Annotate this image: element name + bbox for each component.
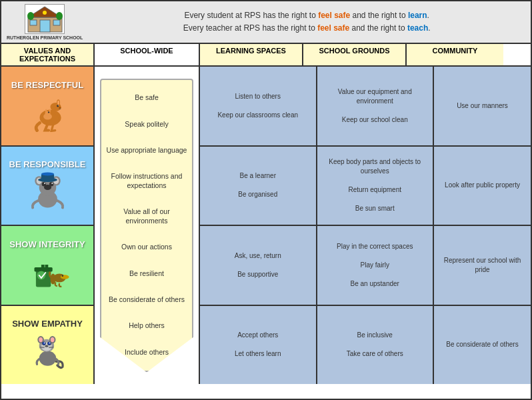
main-grid: BE RESPECTFUL <box>1 67 531 384</box>
grounds-cell-1: Value our equipment and environmentKeep … <box>317 67 433 147</box>
grounds-col: Value our equipment and environmentKeep … <box>317 67 435 384</box>
svg-point-19 <box>45 109 46 112</box>
svg-point-7 <box>56 12 63 20</box>
learning-cell-2: Be a learnerBe organised <box>200 147 316 227</box>
value-integrity: SHOW INTEGRITY <box>1 226 93 306</box>
value-integrity-title: SHOW INTEGRITY <box>9 239 85 250</box>
learning-text-2: Be a learnerBe organised <box>238 171 277 199</box>
kangaroo-icon <box>26 92 69 132</box>
learning-text-4: Accept othersLet others learn <box>235 331 281 359</box>
header-line1: Every student at RPS has the right to fe… <box>88 9 525 22</box>
community-cell-2: Look after public property <box>434 147 531 227</box>
svg-point-6 <box>27 12 34 20</box>
col-header-learning: LEARNING SPACES <box>200 44 303 65</box>
svg-rect-3 <box>30 20 37 25</box>
svg-point-18 <box>49 109 50 112</box>
svg-rect-4 <box>53 20 60 25</box>
sw-item-8: Be considerate of others <box>109 295 185 305</box>
value-empathy-title: SHOW EMPATHY <box>12 319 83 329</box>
col-header-grounds: SCHOOL GROUNDS <box>303 44 407 65</box>
community-cell-1: Use our manners <box>434 67 531 147</box>
learning-cell-1: Listen to othersKeep our classrooms clea… <box>200 67 316 147</box>
community-cell-3: Represent our school with pride <box>434 226 531 306</box>
svg-point-30 <box>51 183 53 184</box>
col-header-values: VALUES AND EXPECTATIONS <box>1 44 95 65</box>
schoolwide-column: Be safe Speak politely Use appropriate l… <box>95 67 200 384</box>
sw-item-4: Follow instructions and expectations <box>105 172 189 190</box>
grounds-text-1: Value our equipment and environmentKeep … <box>323 87 428 125</box>
value-empathy: SHOW EMPATHY <box>1 306 93 385</box>
col-header-community: COMMUNITY <box>407 44 503 65</box>
community-text-1: Use our manners <box>457 101 508 111</box>
svg-rect-37 <box>41 265 44 269</box>
grounds-cell-3: Play in the correct spacesPlay fairlyBe … <box>317 226 433 306</box>
svg-point-12 <box>57 105 59 107</box>
grounds-text-3: Play in the correct spacesPlay fairlyBe … <box>337 242 413 289</box>
svg-point-43 <box>39 351 56 365</box>
svg-point-33 <box>41 173 53 176</box>
learning-cell-4: Accept othersLet others learn <box>200 306 316 385</box>
logo-area: RUTHERGLEN PRIMARY SCHOOL <box>7 4 83 40</box>
svg-point-40 <box>60 275 69 279</box>
community-text-3: Represent our school with pride <box>439 256 525 275</box>
svg-point-53 <box>47 342 51 345</box>
sw-item-3: Use appropriate language <box>107 146 187 155</box>
sw-item-1: Be safe <box>135 93 159 103</box>
value-respectful-title: BE RESPECTFUL <box>11 80 83 91</box>
community-col: Use our manners Look after public proper… <box>434 67 531 384</box>
community-text-4: Be considerate of others <box>446 340 518 349</box>
learning-text-1: Listen to othersKeep our classrooms clea… <box>217 92 298 120</box>
header: RUTHERGLEN PRIMARY SCHOOL Every student … <box>1 1 531 44</box>
svg-point-47 <box>39 337 43 342</box>
grounds-cell-4: Be inclusiveTake care of others <box>317 306 433 385</box>
svg-point-56 <box>45 345 48 347</box>
svg-point-54 <box>43 343 45 344</box>
value-respectful: BE RESPECTFUL <box>1 67 93 147</box>
echidna-icon <box>26 251 69 291</box>
grounds-text-4: Be inclusiveTake care of others <box>347 331 403 359</box>
header-message: Every student at RPS has the right to fe… <box>88 9 525 35</box>
svg-point-29 <box>44 183 45 184</box>
svg-point-55 <box>49 343 50 344</box>
values-column: BE RESPECTFUL <box>1 67 95 384</box>
koala-icon <box>26 171 69 211</box>
community-cell-4: Be considerate of others <box>434 306 531 385</box>
svg-point-42 <box>61 275 63 276</box>
svg-point-28 <box>49 182 53 186</box>
svg-point-48 <box>50 337 54 342</box>
school-name-text: RUTHERGLEN PRIMARY SCHOOL <box>7 35 83 40</box>
learning-cell-3: Ask, use, returnBe supportive <box>200 226 316 306</box>
sw-item-2: Speak politely <box>125 120 168 129</box>
sw-item-9: Help others <box>129 321 165 331</box>
right-columns: Listen to othersKeep our classrooms clea… <box>200 67 531 384</box>
learning-text-3: Ask, use, returnBe supportive <box>235 251 281 279</box>
sw-item-7: Be resilient <box>129 269 164 279</box>
possum-icon <box>26 331 69 371</box>
svg-point-52 <box>42 342 45 345</box>
sw-item-10: Include others <box>125 348 169 357</box>
column-headers: VALUES AND EXPECTATIONS SCHOOL-WIDE LEAR… <box>1 44 531 67</box>
svg-point-13 <box>57 105 58 105</box>
col-header-schoolwide: SCHOOL-WIDE <box>95 44 200 65</box>
community-text-2: Look after public property <box>445 181 520 190</box>
svg-rect-38 <box>45 265 48 269</box>
svg-point-14 <box>59 107 61 108</box>
svg-point-11 <box>57 100 59 104</box>
sw-item-5: Value all of our environments <box>105 207 189 225</box>
svg-point-5 <box>43 11 47 15</box>
school-logo <box>25 4 65 34</box>
header-line2: Every teacher at RPS has the right to fe… <box>88 22 525 35</box>
grounds-cell-2: Keep body parts and objects to ourselves… <box>317 147 433 227</box>
value-responsible-title: BE RESPONSIBLE <box>9 159 86 170</box>
sw-item-6: Own our actions <box>121 243 172 252</box>
value-responsible: BE RESPONSIBLE <box>1 147 93 227</box>
grounds-text-2: Keep body parts and objects to ourselves… <box>323 157 428 213</box>
learning-col: Listen to othersKeep our classrooms clea… <box>200 67 317 384</box>
svg-rect-2 <box>40 20 50 32</box>
svg-point-27 <box>41 182 45 186</box>
